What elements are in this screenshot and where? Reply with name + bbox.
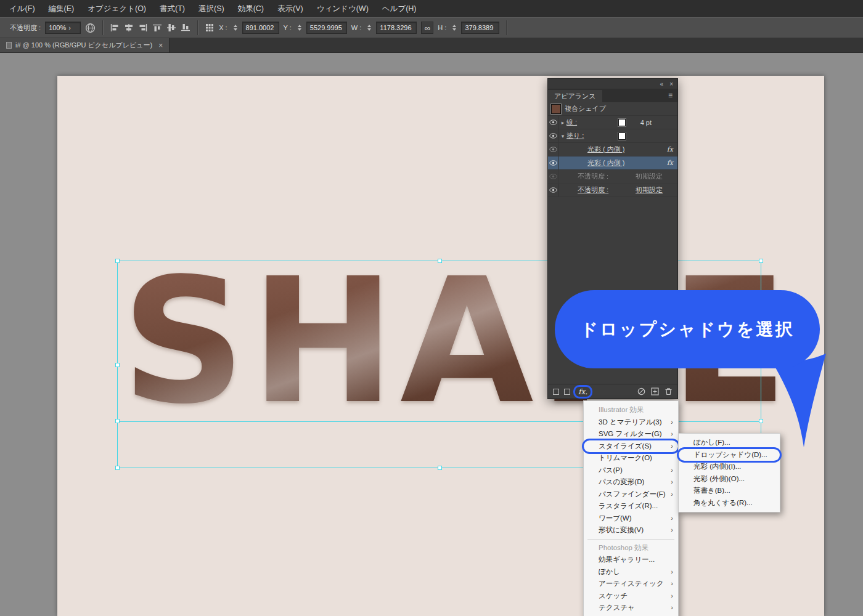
effects-menu-item-1[interactable]: 3D とマテリアル(3)› xyxy=(584,416,678,429)
reference-point-grid-icon[interactable] xyxy=(205,23,215,33)
visibility-toggle[interactable] xyxy=(548,129,559,142)
opacity-input[interactable]: 100% › xyxy=(45,22,81,34)
stylize-submenu-item-1[interactable]: ドロップシャドウ(D)... xyxy=(679,449,780,461)
align-center-horizontal-icon[interactable] xyxy=(124,23,134,32)
submenu-arrow-icon: › xyxy=(671,524,673,537)
menu-item-8[interactable]: ヘルプ(H) xyxy=(375,0,423,17)
align-left-icon[interactable] xyxy=(110,23,120,32)
effects-menu-item-8[interactable]: ラスタライズ(R)... xyxy=(584,500,678,513)
opacity-link[interactable]: 不透明度 : xyxy=(578,185,608,195)
menu-item-7[interactable]: ウィンドウ(W) xyxy=(310,0,375,17)
menu-item-1[interactable]: 編集(E) xyxy=(42,0,81,17)
effects-menu-item-9[interactable]: ワープ(W)› xyxy=(584,513,678,525)
y-stepper[interactable] xyxy=(298,25,301,31)
effects-menu-item-17[interactable]: ビデオ› xyxy=(584,614,678,616)
menu-item-3[interactable]: 書式(T) xyxy=(153,0,192,17)
visibility-toggle[interactable] xyxy=(548,116,559,129)
selection-handle[interactable] xyxy=(115,363,120,367)
document-tab[interactable]: i# @ 100 % (RGB/GPU ピクセルプレビュー) × xyxy=(0,38,170,52)
tab-appearance[interactable]: アピアランス xyxy=(548,90,602,102)
fill-swatch[interactable] xyxy=(618,132,626,140)
opacity-dropdown-icon[interactable]: › xyxy=(68,24,71,31)
appearance-row-object-opacity[interactable]: 不透明度 : 初期設定 xyxy=(548,184,677,197)
menu-item-5[interactable]: 効果(C) xyxy=(231,0,271,17)
effects-menu-item-3[interactable]: スタイライズ(S)› xyxy=(584,440,678,453)
duplicate-item-icon[interactable] xyxy=(651,387,659,395)
effects-menu-item-2[interactable]: SVG フィルター(G)› xyxy=(584,428,678,440)
menu-item-0[interactable]: イル(F) xyxy=(2,0,42,17)
delete-item-trash-icon[interactable] xyxy=(665,387,673,395)
selection-handle[interactable] xyxy=(115,466,120,470)
x-stepper[interactable] xyxy=(234,25,237,31)
selection-handle[interactable] xyxy=(438,259,442,263)
selection-handle[interactable] xyxy=(438,466,442,470)
w-stepper[interactable] xyxy=(367,25,371,31)
tab-close-icon[interactable]: × xyxy=(158,41,163,50)
visibility-toggle[interactable] xyxy=(548,156,559,169)
opacity-value[interactable]: 初期設定 xyxy=(636,185,663,195)
align-right-icon[interactable] xyxy=(138,23,148,32)
menu-item-6[interactable]: 表示(V) xyxy=(271,0,310,17)
constrain-proportions-link-icon[interactable]: ∞ xyxy=(421,22,433,34)
submenu-arrow-icon: › xyxy=(671,428,673,440)
disclosure-icon[interactable]: ▸ xyxy=(559,120,566,126)
effects-menu-item-14[interactable]: アーティスティック› xyxy=(584,578,678,590)
effects-menu-item-4[interactable]: トリムマーク(O) xyxy=(584,452,678,464)
appearance-row-inner-glow-1[interactable]: 光彩 ( 内側 ) fx xyxy=(548,143,677,156)
appearance-row-fill[interactable]: ▾ 塗り : xyxy=(548,129,677,143)
align-bottom-icon[interactable] xyxy=(181,23,190,32)
align-top-icon[interactable] xyxy=(152,23,162,32)
x-field[interactable]: 891.0002 xyxy=(242,22,279,34)
clear-appearance-icon[interactable] xyxy=(637,387,645,395)
visibility-toggle[interactable] xyxy=(548,170,559,183)
appearance-row-inner-glow-2[interactable]: 光彩 ( 内側 ) fx xyxy=(548,156,677,170)
close-panel-icon[interactable]: × xyxy=(669,81,673,87)
effects-menu-item-10[interactable]: 形状に変換(V)› xyxy=(584,524,678,537)
recolor-artwork-icon[interactable] xyxy=(85,23,96,33)
selection-handle[interactable] xyxy=(759,419,763,423)
effect-link[interactable]: 光彩 ( 内側 ) xyxy=(587,145,625,154)
w-field[interactable]: 1178.3296 xyxy=(376,22,417,34)
effects-menu-item-12[interactable]: 効果ギャラリー... xyxy=(584,554,678,566)
stylize-submenu-item-4[interactable]: 落書き(B)... xyxy=(679,485,780,497)
stroke-link[interactable]: 線 : xyxy=(566,118,577,127)
stroke-weight[interactable]: 4 pt xyxy=(640,119,652,126)
disclosure-icon[interactable]: ▾ xyxy=(559,133,566,139)
visibility-toggle[interactable] xyxy=(548,184,559,197)
panel-menu-icon[interactable]: ≡ xyxy=(668,91,673,100)
menu-item-4[interactable]: 選択(S) xyxy=(192,0,231,17)
opacity-link[interactable]: 不透明度 : xyxy=(578,172,608,181)
visibility-toggle[interactable] xyxy=(548,143,559,156)
add-new-effect-button[interactable]: fx. xyxy=(575,387,591,397)
fill-link[interactable]: 塗り : xyxy=(566,131,584,140)
effects-menu-item-7[interactable]: パスファインダー(F)› xyxy=(584,488,678,501)
stylize-submenu-item-2[interactable]: 光彩 (内側)(I)... xyxy=(679,461,780,473)
collapse-panel-icon[interactable]: « xyxy=(660,81,664,87)
stylize-submenu-item-0[interactable]: ぼかし(F)... xyxy=(679,437,780,449)
effects-menu-item-13[interactable]: ぼかし› xyxy=(584,566,678,578)
document-tab-title: i# @ 100 % (RGB/GPU ピクセルプレビュー) xyxy=(15,41,152,50)
h-stepper[interactable] xyxy=(452,25,456,31)
menu-item-2[interactable]: オブジェクト(O) xyxy=(81,0,153,17)
opacity-value[interactable]: 初期設定 xyxy=(636,172,663,181)
stroke-swatch[interactable] xyxy=(618,119,626,126)
appearance-row-compound-shape[interactable]: 複合シェイプ xyxy=(548,102,677,116)
add-new-stroke-icon[interactable] xyxy=(553,389,559,395)
stylize-submenu-item-3[interactable]: 光彩 (外側)(O)... xyxy=(679,473,780,485)
appearance-row-stroke[interactable]: ▸ 線 : 4 pt xyxy=(548,116,677,129)
menu-item-label: トリムマーク(O) xyxy=(599,454,652,461)
y-field[interactable]: 5529.9995 xyxy=(306,22,347,34)
stylize-submenu-item-5[interactable]: 角を丸くする(R)... xyxy=(679,497,780,509)
selection-handle[interactable] xyxy=(759,259,763,263)
selection-handle[interactable] xyxy=(115,259,120,263)
appearance-row-fill-opacity[interactable]: 不透明度 : 初期設定 xyxy=(548,170,677,184)
h-field[interactable]: 379.8389 xyxy=(461,22,499,34)
effects-menu-item-5[interactable]: パス(P)› xyxy=(584,464,678,477)
effects-menu-item-6[interactable]: パスの変形(D)› xyxy=(584,476,678,488)
effects-menu-item-15[interactable]: スケッチ› xyxy=(584,590,678,602)
effects-menu-item-16[interactable]: テクスチャ› xyxy=(584,602,678,614)
selection-handle[interactable] xyxy=(115,419,120,423)
add-new-fill-icon[interactable] xyxy=(564,389,570,395)
align-center-vertical-icon[interactable] xyxy=(166,23,176,32)
effect-link[interactable]: 光彩 ( 内側 ) xyxy=(587,158,625,168)
